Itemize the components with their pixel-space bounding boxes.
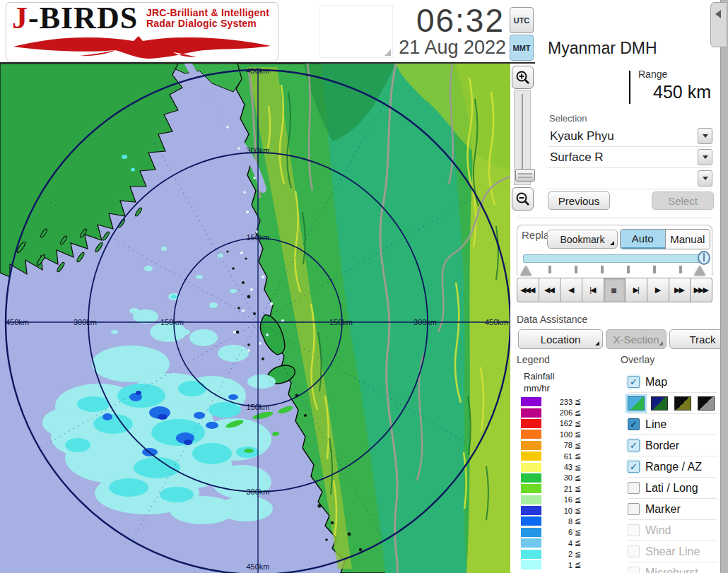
overlay-item-border[interactable]: ✓Border — [628, 435, 717, 456]
legend-value: 30 — [544, 473, 573, 482]
line-checkbox[interactable]: ✓ — [628, 418, 640, 430]
bookmark-button[interactable]: Bookmark — [547, 230, 618, 249]
legend-operator: ≦ — [575, 560, 581, 569]
legend-value: 1 — [544, 561, 573, 569]
legend-operator: ≦ — [575, 528, 581, 537]
overlay-item-line[interactable]: ✓Line — [628, 414, 717, 435]
legend-row: 100≦ — [521, 429, 595, 439]
range-ring-label: 450km — [246, 66, 269, 75]
playback-button-8[interactable]: ▶▶▶ — [691, 278, 712, 302]
legend-row: 61≦ — [521, 451, 595, 461]
marker-checkbox[interactable] — [628, 503, 640, 515]
range-ring-label: 300km — [246, 488, 269, 496]
replay-slider-handle[interactable] — [698, 251, 710, 265]
lati-long-checkbox[interactable] — [628, 482, 640, 494]
site-dropdown[interactable]: Kyauk Phyu — [548, 126, 712, 147]
playback-button-1[interactable]: ◀◀ — [539, 278, 561, 302]
playback-button-4[interactable]: ■ — [604, 278, 626, 302]
playback-button-0[interactable]: ◀◀◀ — [517, 278, 539, 302]
playback-button-2[interactable]: ◀ — [560, 278, 582, 302]
legend-operator: ≦ — [575, 506, 581, 515]
legend-swatch — [521, 430, 541, 439]
microburst-checkbox — [628, 567, 640, 573]
track-label: Track — [690, 333, 716, 345]
legend-operator: ≦ — [575, 451, 581, 461]
legend-unit: mm/hr — [524, 383, 550, 394]
wind-checkbox — [628, 524, 640, 536]
legend-value: 78 — [544, 441, 573, 449]
zoom-slider-track[interactable] — [514, 90, 531, 185]
overlay-item-marker[interactable]: Marker — [628, 499, 717, 520]
zoom-in-button[interactable] — [512, 66, 534, 89]
zoom-out-button[interactable] — [512, 187, 534, 211]
option-dropdown[interactable] — [548, 168, 712, 189]
legend-row: 30≦ — [521, 473, 595, 483]
range-ring-label: 450km — [6, 318, 29, 326]
slider-start-marker[interactable] — [520, 266, 532, 276]
track-button[interactable]: Track — [669, 329, 728, 349]
map-style-swatch-2[interactable] — [674, 396, 691, 410]
product-dropdown[interactable]: Surface R — [548, 147, 712, 168]
auto-mode-button[interactable]: Auto — [621, 230, 665, 249]
playback-button-7[interactable]: ▶▶ — [669, 278, 691, 302]
timezone-utc-button[interactable]: UTC — [510, 7, 534, 33]
slider-tick — [601, 266, 604, 273]
panel-scroll-strip[interactable] — [720, 0, 728, 573]
legend-row: 78≦ — [521, 440, 595, 451]
legend-value: 2 — [544, 550, 573, 558]
zoom-slider-handle[interactable] — [515, 169, 535, 182]
legend-swatch — [521, 451, 541, 461]
replay-slider-track[interactable] — [523, 254, 705, 263]
playback-button-3[interactable]: |◀ — [582, 278, 604, 302]
location-label: Location — [541, 333, 581, 345]
range-value: 450 km — [606, 82, 711, 102]
overlay-item-range-az[interactable]: ✓Range / AZ — [628, 456, 717, 478]
playback-button-6[interactable]: ▶ — [647, 278, 669, 302]
legend-quantity: Rainfall — [524, 371, 554, 382]
legend-operator: ≦ — [575, 463, 581, 472]
overlay-item-map[interactable]: ✓Map — [628, 372, 717, 393]
selection-label: Selection — [549, 113, 587, 124]
slider-tick — [627, 266, 630, 273]
legend-operator: ≦ — [575, 430, 581, 439]
legend-row: 21≦ — [521, 483, 595, 494]
shear-line-label: Shear Line — [645, 545, 700, 558]
legend-row: 1≦ — [521, 560, 595, 570]
legend-row: 2≦ — [521, 548, 595, 559]
legend-operator: ≦ — [575, 397, 581, 406]
overlay-item-shear-line: Shear Line — [628, 541, 717, 562]
overlay-title: Overlay — [621, 354, 654, 365]
map-style-swatch-3[interactable] — [698, 396, 715, 410]
slider-end-marker[interactable] — [694, 266, 705, 276]
clock-date: 21 Aug 2022 — [311, 37, 506, 59]
overlay-list: ✓Map✓Line✓Border✓Range / AZLati / LongMa… — [628, 372, 717, 573]
legend-value: 61 — [544, 452, 573, 461]
previous-button[interactable]: Previous — [548, 191, 610, 210]
legend-swatch — [521, 506, 541, 515]
panel-collapse-tab[interactable] — [710, 2, 727, 47]
legend-row: 10≦ — [521, 505, 595, 516]
range-ring-label: 300km — [74, 318, 97, 326]
overlay-item-lati-long[interactable]: Lati / Long — [628, 478, 717, 499]
range-az-checkbox[interactable]: ✓ — [628, 461, 640, 473]
logo-title: J-BIRDS — [12, 2, 138, 36]
border-checkbox[interactable]: ✓ — [628, 439, 640, 451]
manual-mode-button[interactable]: Manual — [665, 230, 710, 249]
map-style-swatch-0[interactable] — [628, 396, 645, 410]
chevron-down-icon[interactable] — [698, 170, 712, 187]
slider-tick — [548, 266, 551, 273]
location-button[interactable]: Location — [518, 329, 603, 349]
map-checkbox[interactable]: ✓ — [628, 376, 640, 388]
logo-subtitle: JRC-Brilliant & Intelligent Radar Dialog… — [146, 8, 269, 29]
x-section-button[interactable]: X-Section — [606, 329, 667, 349]
radar-map[interactable]: 450km 300km 150km 150km 300km 450km 450k… — [0, 64, 510, 573]
legend-operator: ≦ — [575, 408, 581, 418]
timezone-mmt-button[interactable]: MMT — [510, 35, 534, 61]
chevron-down-icon[interactable] — [698, 149, 712, 165]
map-style-swatch-1[interactable] — [651, 396, 668, 410]
border-label: Border — [645, 439, 679, 452]
select-button[interactable]: Select — [652, 191, 714, 210]
chevron-down-icon[interactable] — [698, 128, 712, 144]
playback-button-5[interactable]: ▶| — [626, 278, 647, 302]
legend-operator: ≦ — [575, 538, 581, 548]
